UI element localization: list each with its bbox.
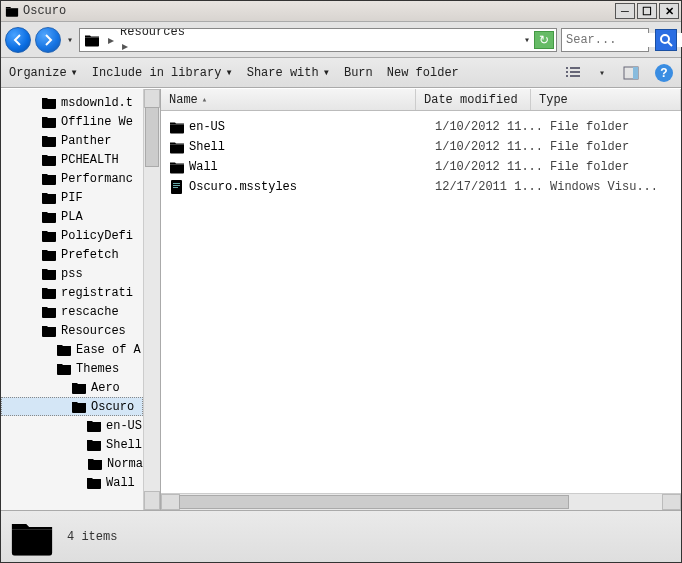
file-list-hscroll[interactable] (161, 493, 681, 510)
column-header-date[interactable]: Date modified (416, 89, 531, 110)
file-row[interactable]: en-US1/10/2012 11...File folder (161, 117, 681, 137)
navigation-bar: ▾ ▸ (C:) GLaDOS▸Windows▸Resources▸Themes… (1, 22, 681, 58)
explorer-window: Oscuro ─ ☐ ✕ ▾ ▸ (C:) GLaDOS▸Windows▸Res… (0, 0, 682, 563)
file-date: 12/17/2011 1... (435, 180, 550, 194)
tree-item[interactable]: Panther (1, 131, 143, 150)
folder-icon (86, 438, 102, 451)
file-list-pane: Name▴ Date modified Type en-US1/10/2012 … (161, 89, 681, 510)
folder-icon (87, 457, 103, 470)
tree-item[interactable]: Themes (1, 359, 143, 378)
view-options-dropdown[interactable]: ▾ (597, 63, 607, 83)
folder-icon (41, 286, 57, 299)
search-box[interactable] (561, 28, 649, 52)
folder-icon (169, 139, 185, 155)
sort-asc-icon: ▴ (202, 94, 207, 105)
svg-rect-6 (570, 67, 580, 69)
breadcrumb-segment[interactable]: Resources (118, 28, 201, 40)
folder-icon (56, 343, 72, 356)
folder-icon (71, 400, 87, 413)
tree-item[interactable]: Norma (1, 454, 143, 473)
tree-item-label: Oscuro (91, 400, 134, 414)
tree-item[interactable]: Oscuro (1, 397, 143, 416)
navigation-tree: msdownld.tOffline WePantherPCHEALTHPerfo… (1, 89, 161, 510)
svg-rect-7 (566, 71, 568, 73)
svg-point-4 (661, 35, 669, 43)
tree-item-label: pss (61, 267, 83, 281)
breadcrumb-sep[interactable]: ▸ (104, 33, 118, 47)
tree-item-label: PCHEALTH (61, 153, 119, 167)
file-row[interactable]: Oscuro.msstyles12/17/2011 1...Windows Vi… (161, 177, 681, 197)
tree-item-label: Shell (106, 438, 142, 452)
file-row[interactable]: Shell1/10/2012 11...File folder (161, 137, 681, 157)
status-text: 4 items (67, 530, 117, 544)
folder-icon (41, 267, 57, 280)
tree-item-label: msdownld.t (61, 96, 133, 110)
tree-item-label: Prefetch (61, 248, 119, 262)
help-button[interactable]: ? (655, 64, 673, 82)
file-date: 1/10/2012 11... (435, 120, 550, 134)
include-library-menu[interactable]: Include in library ▾ (92, 65, 233, 80)
column-header-type[interactable]: Type (531, 89, 681, 110)
hscroll-thumb[interactable] (179, 495, 569, 509)
tree-item[interactable]: PIF (1, 188, 143, 207)
forward-button[interactable] (35, 27, 61, 53)
tree-item-label: registrati (61, 286, 133, 300)
new-folder-button[interactable]: New folder (387, 66, 459, 80)
tree-item-label: en-US (106, 419, 142, 433)
tree-item[interactable]: PLA (1, 207, 143, 226)
view-options-button[interactable] (563, 63, 583, 83)
tree-item[interactable]: pss (1, 264, 143, 283)
preview-pane-toggle[interactable] (621, 63, 641, 83)
svg-rect-5 (566, 67, 568, 69)
tree-item[interactable]: PCHEALTH (1, 150, 143, 169)
file-type: Windows Visu... (550, 180, 681, 194)
tree-item[interactable]: Shell (1, 435, 143, 454)
file-row[interactable]: Wall1/10/2012 11...File folder (161, 157, 681, 177)
tree-item[interactable]: rescache (1, 302, 143, 321)
tree-scrollbar[interactable] (143, 89, 160, 510)
history-dropdown[interactable]: ▾ (65, 30, 75, 50)
breadcrumb-sep[interactable]: ▸ (118, 39, 132, 52)
back-button[interactable] (5, 27, 31, 53)
tree-item[interactable]: Aero (1, 378, 143, 397)
file-date: 1/10/2012 11... (435, 160, 550, 174)
details-pane: 4 items (1, 510, 681, 562)
tree-item[interactable]: Offline We (1, 112, 143, 131)
search-button[interactable] (655, 29, 677, 51)
title-bar[interactable]: Oscuro ─ ☐ ✕ (1, 1, 681, 22)
tree-item[interactable]: PolicyDefi (1, 226, 143, 245)
tree-item[interactable]: Resources (1, 321, 143, 340)
tree-item-label: PLA (61, 210, 83, 224)
arrow-left-icon (11, 33, 25, 47)
tree-item[interactable]: Performanc (1, 169, 143, 188)
tree-scroll-thumb[interactable] (145, 107, 159, 167)
file-type: File folder (550, 120, 681, 134)
tree-item[interactable]: registrati (1, 283, 143, 302)
tree-item[interactable]: Prefetch (1, 245, 143, 264)
tree-item[interactable]: Wall (1, 473, 143, 492)
refresh-button[interactable]: ↻ (534, 31, 554, 49)
tree-item-label: Norma (107, 457, 143, 471)
address-history-dropdown[interactable]: ▾ (522, 30, 532, 50)
folder-icon (56, 362, 72, 375)
folder-icon (41, 305, 57, 318)
tree-item[interactable]: msdownld.t (1, 93, 143, 112)
tree-item[interactable]: en-US (1, 416, 143, 435)
tree-item-label: Aero (91, 381, 120, 395)
preview-pane-icon (623, 66, 639, 80)
details-folder-icon (9, 517, 55, 557)
column-header-name[interactable]: Name▴ (161, 89, 416, 110)
organize-menu[interactable]: Organize ▾ (9, 65, 78, 80)
tree-item[interactable]: Ease of A (1, 340, 143, 359)
file-list[interactable]: en-US1/10/2012 11...File folderShell1/10… (161, 111, 681, 493)
share-with-menu[interactable]: Share with ▾ (247, 65, 330, 80)
close-button[interactable]: ✕ (659, 3, 679, 19)
tree-item-label: Performanc (61, 172, 133, 186)
tree-item-label: Resources (61, 324, 126, 338)
address-bar[interactable]: ▸ (C:) GLaDOS▸Windows▸Resources▸Themes▸O… (79, 28, 557, 52)
minimize-button[interactable]: ─ (615, 3, 635, 19)
maximize-button[interactable]: ☐ (637, 3, 657, 19)
content-area: msdownld.tOffline WePantherPCHEALTHPerfo… (1, 88, 681, 510)
burn-button[interactable]: Burn (344, 66, 373, 80)
tree-item-label: PIF (61, 191, 83, 205)
